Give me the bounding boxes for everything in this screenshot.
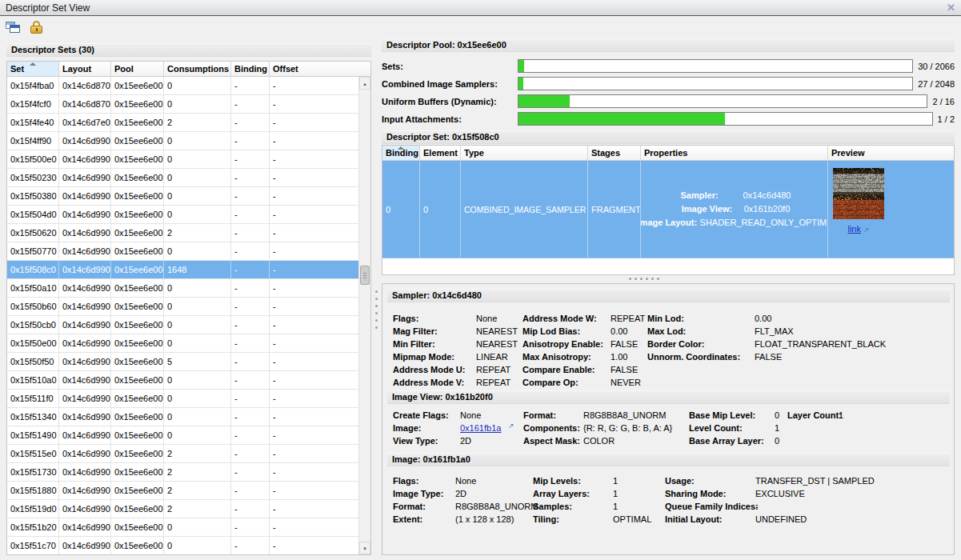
cell-layout: 0x14c6d990 [59, 445, 111, 462]
bindings-table-header: Binding Element Type Stages Properties P… [382, 146, 954, 161]
table-row[interactable]: 0x15f50b600x14c6d9900x15ee6e000-- [7, 298, 358, 316]
cell-set: 0x15f50230 [7, 169, 59, 186]
table-row[interactable]: 0x15f4fba00x14c6d8700x15ee6e000-- [7, 77, 358, 95]
cell-offset: - [270, 261, 358, 278]
cell-layout: 0x14c6d990 [59, 537, 111, 554]
detail-label: Base Array Layer: [689, 434, 764, 447]
column-header-consumptions[interactable]: Consumptions [164, 62, 231, 76]
column-header-offset[interactable]: Offset [270, 62, 370, 76]
column-header-set[interactable]: Set [7, 62, 59, 76]
cell-set: 0x15f500e0 [7, 150, 59, 168]
scrollbar-thumb[interactable] [360, 266, 370, 285]
table-row[interactable]: 0x15f506200x14c6d9900x15ee6e002-- [7, 224, 358, 242]
column-header-layout[interactable]: Layout [59, 62, 111, 76]
cell-set: 0x15f50770 [7, 242, 59, 260]
image-address-link[interactable]: 0x161fb1a [460, 422, 501, 434]
column-header-properties[interactable]: Properties [641, 146, 828, 160]
cell-offset: - [270, 463, 358, 481]
cell-consumptions: 0 [164, 537, 231, 554]
table-row[interactable]: 0x15f513400x14c6d9900x15ee6e000-- [7, 408, 358, 426]
horizontal-splitter[interactable] [629, 278, 659, 280]
image-view-title-text: Image View: 0x161b20f0 [392, 392, 493, 402]
cell-pool: 0x15ee6e00 [111, 500, 164, 518]
cell-binding: - [231, 426, 270, 444]
detail-value: None [460, 409, 481, 422]
detail-label: Format: [523, 409, 556, 422]
cell-binding: - [231, 114, 270, 131]
cell-binding: - [231, 445, 270, 462]
detail-value: LINEAR [476, 350, 508, 363]
table-row[interactable]: 0x15f515e00x14c6d9900x15ee6e002-- [7, 445, 358, 463]
table-row[interactable]: 0x15f50a100x14c6d9900x15ee6e000-- [7, 279, 358, 298]
cell-consumptions: 0 [164, 390, 231, 407]
cell-consumptions: 0 [164, 426, 231, 444]
cell-set: 0x15f51490 [7, 426, 59, 444]
detail-value: 1 [839, 409, 843, 422]
cell-binding: - [231, 206, 270, 223]
detail-value: FLT_MAX [755, 325, 794, 338]
cell-binding: - [231, 408, 270, 426]
cell-layout: 0x14c6d990 [59, 426, 111, 444]
table-row[interactable]: 0x15f511f00x14c6d9900x15ee6e000-- [7, 390, 358, 408]
column-header-element[interactable]: Element [420, 146, 461, 160]
table-row[interactable]: 0x15f518800x14c6d9900x15ee6e002-- [7, 482, 358, 500]
cell-pool: 0x15ee6e00 [111, 206, 164, 223]
detail-label: Compare Op: [523, 376, 579, 389]
column-header-preview[interactable]: Preview [828, 146, 954, 160]
table-row[interactable]: 0x15f504d00x14c6d9900x15ee6e000-- [7, 206, 358, 224]
descriptor-sets-title-text: Descriptor Sets (30) [11, 45, 94, 54]
cell-consumptions: 0 [164, 169, 231, 186]
column-header-binding[interactable]: Binding [382, 146, 420, 160]
table-row[interactable]: 0x15f502300x14c6d9900x15ee6e000-- [7, 169, 358, 187]
property-value: 0x14c6d480 [743, 190, 791, 200]
cell-offset: - [270, 77, 358, 94]
detail-value: 1 [613, 487, 618, 500]
detail-value: 0 [775, 409, 779, 422]
table-row[interactable]: 0x15f4fe400x14c6d7e00x15ee6e002-- [7, 114, 358, 132]
stat-label: Uniform Buffers (Dynamic): [382, 97, 518, 106]
cascade-windows-icon[interactable] [6, 21, 22, 34]
scrollbar-down-arrow[interactable]: ▼ [359, 542, 370, 554]
cell-binding: - [231, 463, 270, 481]
table-row[interactable]: 0x15f500e00x14c6d9900x15ee6e000-- [7, 150, 358, 169]
table-row[interactable]: 0x15f50e000x14c6d9900x15ee6e000-- [7, 334, 358, 353]
table-row[interactable]: 0x15f4ff900x14c6d9900x15ee6e000-- [7, 132, 358, 150]
binding-row[interactable]: 0 0 COMBINED_IMAGE_SAMPLER FRAGMENT Samp… [382, 161, 954, 258]
preview-link[interactable]: link [847, 224, 861, 234]
table-row[interactable]: 0x15f503800x14c6d9900x15ee6e000-- [7, 187, 358, 206]
column-header-pool[interactable]: Pool [111, 62, 164, 76]
texture-preview-image[interactable] [833, 168, 884, 219]
cell-pool: 0x15ee6e00 [111, 353, 164, 370]
lock-icon[interactable] [29, 21, 45, 34]
table-row[interactable]: 0x15f50f500x14c6d9900x15ee6e005-- [7, 353, 358, 371]
scrollbar-up-arrow[interactable]: ▲ [359, 77, 370, 90]
vertical-scrollbar[interactable]: ▲ ▼ [358, 77, 370, 554]
cell-set: 0x15f51340 [7, 408, 59, 426]
detail-label: Anisotropy Enable: [523, 338, 603, 350]
detail-label: Address Mode V: [393, 376, 464, 389]
close-icon[interactable]: ✕ [947, 2, 955, 13]
table-row[interactable]: 0x15f508c00x14c6d9900x15ee6e001648-- [7, 261, 358, 279]
column-header-stages[interactable]: Stages [588, 146, 641, 160]
descriptor-set-view-window: Descriptor Set View ✕ Descriptor Sets (3… [0, 0, 961, 560]
table-row[interactable]: 0x15f514900x14c6d9900x15ee6e000-- [7, 426, 358, 445]
detail-value: FALSE [611, 338, 638, 350]
column-header-type[interactable]: Type [461, 146, 588, 160]
cell-pool: 0x15ee6e00 [111, 482, 164, 499]
cell-binding: - [231, 150, 270, 168]
table-row[interactable]: 0x15f51c700x14c6d9900x15ee6e000-- [7, 537, 358, 554]
vertical-splitter[interactable] [374, 286, 378, 334]
table-row[interactable]: 0x15f51b200x14c6d9900x15ee6e000-- [7, 518, 358, 537]
table-row[interactable]: 0x15f50cb00x14c6d9900x15ee6e000-- [7, 316, 358, 334]
table-row[interactable]: 0x15f517300x14c6d9900x15ee6e002-- [7, 463, 358, 482]
detail-label: Array Layers: [533, 487, 590, 500]
cell-set: 0x15f4fe40 [7, 114, 59, 131]
column-header-binding[interactable]: Binding [231, 62, 270, 76]
table-row[interactable]: 0x15f507700x14c6d9900x15ee6e000-- [7, 242, 358, 261]
pool-stat-row: Input Attachments:1 / 2 [382, 112, 955, 126]
title-bar[interactable]: Descriptor Set View ✕ [0, 0, 961, 16]
cell-consumptions: 1648 [164, 261, 231, 278]
table-row[interactable]: 0x15f519d00x14c6d9900x15ee6e002-- [7, 500, 358, 518]
table-row[interactable]: 0x15f510a00x14c6d9900x15ee6e000-- [7, 371, 358, 390]
table-row[interactable]: 0x15f4fcf00x14c6d8700x15ee6e000-- [7, 95, 358, 114]
